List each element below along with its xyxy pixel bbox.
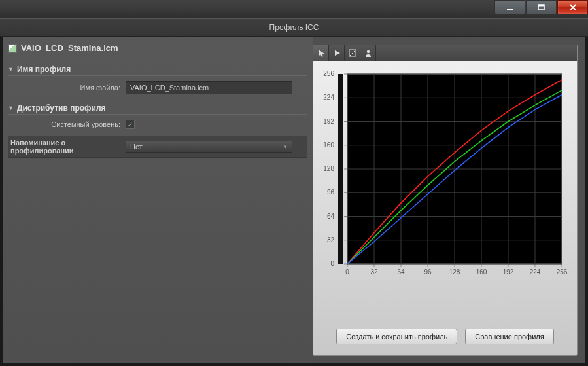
svg-rect-2 (538, 5, 544, 7)
pointer-icon (317, 48, 326, 58)
svg-text:64: 64 (397, 268, 405, 276)
svg-text:64: 64 (327, 213, 335, 220)
tool-person[interactable] (360, 45, 376, 61)
section-profile-name[interactable]: ▼ Имя профиля (8, 65, 307, 76)
svg-text:224: 224 (323, 94, 334, 101)
tool-curve[interactable] (345, 45, 360, 61)
file-header: VAIO_LCD_Stamina.icm (8, 43, 307, 53)
window-subtitle: Профиль ICC (0, 19, 588, 37)
content-area: VAIO_LCD_Stamina.icm ▼ Имя профиля Имя ф… (3, 37, 585, 363)
svg-text:0: 0 (345, 268, 349, 276)
svg-text:192: 192 (503, 268, 514, 276)
close-icon (569, 3, 577, 11)
svg-rect-5 (338, 74, 343, 264)
svg-point-4 (366, 50, 369, 53)
minimize-button[interactable] (494, 0, 525, 14)
svg-text:96: 96 (327, 189, 335, 196)
right-pane: 0326496128160192224256032649612816019222… (313, 45, 578, 356)
svg-text:128: 128 (449, 268, 460, 276)
chevron-down-icon: ▼ (283, 144, 288, 150)
maximize-icon (538, 4, 545, 11)
svg-text:256: 256 (323, 70, 334, 77)
create-save-button[interactable]: Создать и сохранить профиль (336, 329, 457, 344)
curve-icon (348, 48, 357, 58)
collapse-icon: ▼ (8, 105, 14, 111)
chart-toolbar (313, 45, 577, 61)
collapse-icon: ▼ (8, 66, 14, 73)
section-label: Имя профиля (17, 65, 71, 74)
svg-text:224: 224 (530, 268, 541, 276)
reminder-dropdown[interactable]: Нет ▼ (126, 141, 292, 153)
file-name: VAIO_LCD_Stamina.icm (21, 43, 118, 53)
section-label: Дистрибутив профиля (17, 103, 106, 113)
titlebar (0, 0, 588, 19)
svg-rect-0 (507, 9, 513, 10)
svg-text:32: 32 (370, 268, 378, 276)
svg-text:160: 160 (323, 141, 334, 149)
minimize-icon (506, 4, 513, 11)
compare-button[interactable]: Сравнение профиля (465, 329, 553, 344)
close-button[interactable] (557, 0, 588, 14)
tool-pointer[interactable] (313, 45, 329, 61)
left-pane: VAIO_LCD_Stamina.icm ▼ Имя профиля Имя ф… (3, 37, 313, 363)
svg-text:192: 192 (323, 118, 334, 125)
file-name-label: Имя файла: (8, 84, 126, 92)
svg-text:32: 32 (327, 236, 335, 244)
play-icon (332, 48, 341, 58)
file-icon (8, 44, 17, 53)
svg-text:256: 256 (557, 268, 568, 276)
system-level-label: Системный уровень: (8, 120, 126, 128)
chart-area: 0326496128160192224256032649612816019222… (313, 61, 577, 321)
section-distribution[interactable]: ▼ Дистрибутив профиля (8, 103, 307, 115)
dropdown-value: Нет (130, 143, 143, 151)
svg-text:160: 160 (476, 268, 487, 276)
svg-text:96: 96 (424, 268, 432, 276)
person-icon (364, 48, 373, 58)
svg-text:128: 128 (323, 165, 334, 172)
system-level-checkbox[interactable]: ✓ (126, 120, 135, 129)
tool-play[interactable] (329, 45, 345, 61)
row-file-name: Имя файла: (8, 81, 307, 94)
bottom-buttons: Создать и сохранить профиль Сравнение пр… (313, 321, 577, 355)
reminder-label: Напоминание о профилировании (8, 139, 126, 155)
row-reminder: Напоминание о профилировании Нет ▼ (8, 136, 307, 158)
chart-svg: 0326496128160192224256032649612816019222… (320, 69, 568, 285)
svg-text:0: 0 (330, 260, 334, 267)
row-system-level: Системный уровень: ✓ (8, 120, 307, 129)
file-name-input[interactable] (126, 81, 292, 94)
maximize-button[interactable] (526, 0, 557, 14)
